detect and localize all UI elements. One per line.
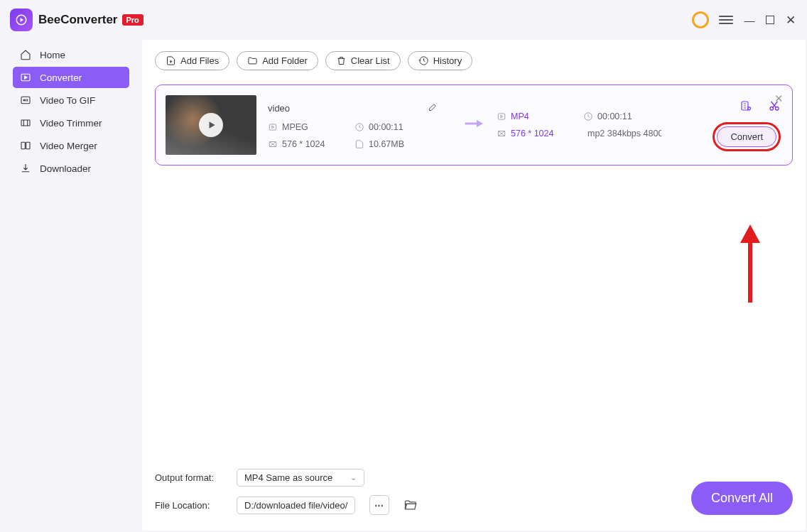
trimmer-icon <box>20 117 31 129</box>
convert-all-button[interactable]: Convert All <box>691 482 793 515</box>
annotation-arrow <box>736 224 764 305</box>
source-resolution: 576 * 1024 <box>268 139 333 149</box>
arrow-icon <box>464 116 485 134</box>
source-duration: 00:00:11 <box>354 122 420 132</box>
close-button[interactable]: ✕ <box>784 13 797 28</box>
sidebar-item-converter[interactable]: Converter <box>13 67 129 88</box>
svg-rect-4 <box>21 120 30 126</box>
sidebar-item-video-trimmer[interactable]: Video Trimmer <box>13 112 129 134</box>
sidebar-item-label: Video Trimmer <box>40 118 102 129</box>
play-icon <box>199 113 223 137</box>
sidebar-item-label: Downloader <box>40 163 91 174</box>
target-duration: 00:00:11 <box>583 112 649 121</box>
maximize-button[interactable] <box>766 16 774 24</box>
sidebar-item-video-merger[interactable]: Video Merger <box>13 135 129 156</box>
gif-icon <box>20 94 31 106</box>
sidebar-item-label: Video To GIF <box>40 95 95 106</box>
converter-icon <box>20 72 31 83</box>
convert-highlight: Convert <box>713 122 781 151</box>
source-size: 10.67MB <box>354 139 420 149</box>
remove-file-button[interactable]: ✕ <box>774 92 784 105</box>
output-format-select[interactable]: MP4 Same as source ⌄ <box>237 469 364 487</box>
add-folder-button[interactable]: Add Folder <box>237 51 318 70</box>
main-panel: Add Files Add Folder Clear List History … <box>142 40 806 531</box>
button-label: Add Folder <box>262 55 308 66</box>
history-button[interactable]: History <box>408 51 472 70</box>
download-icon <box>20 163 31 174</box>
sidebar-item-video-to-gif[interactable]: Video To GIF <box>13 89 129 111</box>
select-value: MP4 Same as source <box>244 472 332 483</box>
clear-list-button[interactable]: Clear List <box>325 51 401 70</box>
edit-name-button[interactable] <box>428 102 453 115</box>
output-format-label: Output format: <box>155 472 222 483</box>
target-audio: mp2 384kbps 48000hz <box>583 129 661 139</box>
minimize-button[interactable]: — <box>743 14 756 26</box>
svg-rect-2 <box>21 97 30 103</box>
sidebar-item-label: Video Merger <box>40 141 97 151</box>
svg-rect-10 <box>498 114 504 119</box>
sidebar-item-label: Converter <box>40 72 82 83</box>
menu-icon[interactable] <box>719 16 733 24</box>
convert-button[interactable]: Convert <box>717 126 776 147</box>
source-format: MPEG <box>268 122 333 132</box>
svg-rect-7 <box>269 124 276 129</box>
file-location-label: File Location: <box>155 500 222 511</box>
browse-more-button[interactable]: ⋯ <box>369 495 389 515</box>
app-name: BeeConverter <box>38 13 118 27</box>
title-bar: BeeConverter Pro — ✕ <box>0 0 807 40</box>
button-label: Clear List <box>351 55 390 66</box>
svg-point-3 <box>23 99 25 101</box>
file-name: video <box>268 103 290 114</box>
chevron-down-icon: ⌄ <box>350 473 357 482</box>
svg-rect-5 <box>21 142 25 148</box>
file-card: ✕ video MPEG <box>155 85 793 165</box>
sidebar-item-label: Home <box>40 50 65 60</box>
open-folder-button[interactable] <box>404 498 418 512</box>
toolbar: Add Files Add Folder Clear List History <box>142 40 806 70</box>
footer: Output format: MP4 Same as source ⌄ File… <box>142 469 806 531</box>
app-logo <box>10 9 33 31</box>
merger-icon <box>20 140 31 151</box>
button-label: Add Files <box>180 55 219 66</box>
target-format[interactable]: MP4 <box>497 112 562 121</box>
target-resolution[interactable]: 576 * 1024 <box>497 129 562 139</box>
video-thumbnail[interactable] <box>166 95 256 155</box>
account-icon[interactable] <box>692 11 709 28</box>
location-value: D:/downloaded file/video/ <box>244 500 347 511</box>
pro-badge: Pro <box>122 14 143 26</box>
svg-rect-6 <box>26 142 30 148</box>
settings-icon[interactable] <box>740 99 752 112</box>
sidebar-item-home[interactable]: Home <box>13 44 129 65</box>
sidebar: Home Converter Video To GIF Video Trimme… <box>0 40 142 532</box>
add-files-button[interactable]: Add Files <box>155 51 229 70</box>
sidebar-item-downloader[interactable]: Downloader <box>13 158 129 179</box>
home-icon <box>20 49 31 60</box>
file-location-input[interactable]: D:/downloaded file/video/ <box>237 496 355 514</box>
button-label: History <box>433 55 462 66</box>
